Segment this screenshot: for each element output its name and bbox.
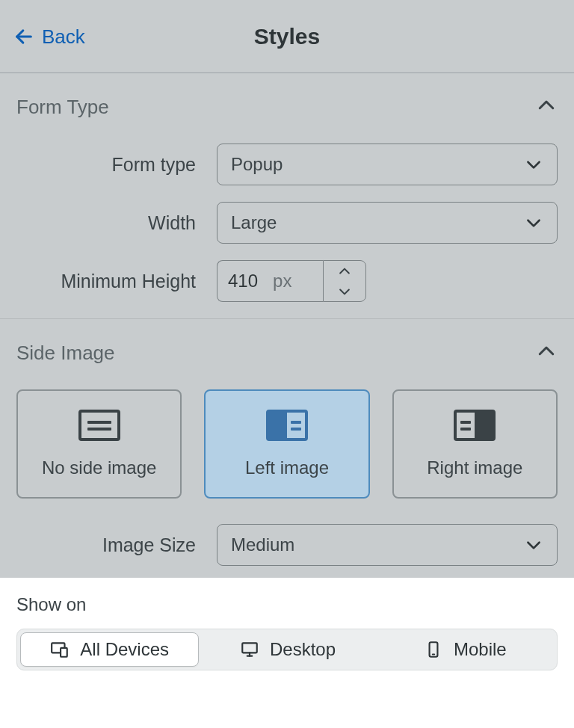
- image-size-value: Medium: [231, 534, 294, 555]
- form-type-label: Form type: [16, 154, 217, 176]
- chevron-up-icon: [337, 264, 352, 279]
- form-type-value: Popup: [231, 154, 283, 175]
- section-side-image-title: Side Image: [16, 342, 115, 365]
- chevron-up-icon: [535, 340, 558, 363]
- device-mobile[interactable]: Mobile: [377, 632, 554, 667]
- desktop-icon: [240, 640, 259, 659]
- side-image-option-right[interactable]: Right image: [392, 389, 558, 499]
- width-select[interactable]: Large: [217, 202, 558, 244]
- page-title: Styles: [254, 24, 320, 49]
- mobile-icon: [424, 640, 443, 659]
- section-form-type: Form Type Form type Popup Width Large Mi…: [0, 73, 574, 319]
- devices-icon: [50, 640, 70, 659]
- device-all[interactable]: All Devices: [20, 632, 199, 667]
- back-button[interactable]: Back: [13, 0, 85, 73]
- min-height-unit: px: [273, 271, 291, 291]
- right-image-icon: [454, 410, 496, 441]
- side-image-right-label: Right image: [427, 457, 522, 478]
- device-desktop[interactable]: Desktop: [199, 632, 376, 667]
- side-image-option-none[interactable]: No side image: [16, 389, 182, 499]
- side-image-left-label: Left image: [245, 457, 329, 478]
- show-on-title: Show on: [16, 594, 558, 615]
- device-mobile-label: Mobile: [454, 639, 507, 660]
- no-side-image-icon: [78, 410, 120, 441]
- width-label: Width: [16, 212, 217, 234]
- form-type-select[interactable]: Popup: [217, 144, 558, 185]
- show-on-bar: Show on All Devices Desktop Mobile: [0, 578, 574, 700]
- min-height-value: 410: [228, 271, 258, 291]
- image-size-select[interactable]: Medium: [217, 524, 558, 566]
- device-desktop-label: Desktop: [270, 639, 336, 660]
- side-image-none-label: No side image: [42, 457, 156, 478]
- device-all-label: All Devices: [80, 639, 169, 660]
- side-image-option-left[interactable]: Left image: [204, 389, 369, 499]
- chevron-down-icon: [524, 535, 543, 555]
- chevron-down-icon: [524, 213, 543, 232]
- image-size-label: Image Size: [16, 534, 217, 556]
- device-segmented-control: All Devices Desktop Mobile: [16, 629, 558, 670]
- min-height-label: Minimum Height: [16, 271, 217, 292]
- chevron-up-icon: [535, 94, 558, 117]
- back-label: Back: [42, 25, 85, 49]
- section-form-type-title: Form Type: [16, 96, 109, 119]
- back-arrow-icon: [13, 26, 34, 47]
- collapse-form-type[interactable]: [535, 94, 558, 120]
- chevron-down-icon: [524, 155, 543, 174]
- min-height-input[interactable]: 410 px: [217, 260, 323, 302]
- svg-rect-2: [61, 648, 67, 657]
- left-image-icon: [266, 410, 308, 441]
- section-side-image: Side Image No side image Left image: [0, 319, 574, 578]
- width-value: Large: [231, 212, 277, 233]
- min-height-stepper: [323, 260, 366, 302]
- stepper-down[interactable]: [324, 281, 365, 301]
- chevron-down-icon: [337, 284, 352, 299]
- svg-rect-3: [242, 643, 257, 653]
- collapse-side-image[interactable]: [535, 340, 558, 365]
- header: Back Styles: [0, 0, 574, 73]
- stepper-up[interactable]: [324, 261, 365, 281]
